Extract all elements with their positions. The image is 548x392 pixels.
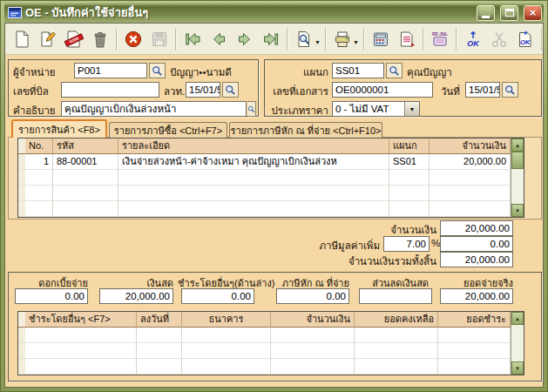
- vat-label: ภาษีมูลค่าเพิ่ม: [267, 238, 380, 253]
- copy-document-button[interactable]: [394, 26, 420, 52]
- first-record-icon: [183, 30, 202, 49]
- last-record-icon: [261, 30, 281, 49]
- scroll-down-icon[interactable]: ▼: [511, 362, 524, 375]
- grand-total-field: 20,000.00: [440, 252, 513, 267]
- app-window: OE - บันทึกค่าใช้จ่ายอื่นๆ × VOID ▼ ▼: [0, 0, 548, 392]
- wht-field[interactable]: 0.00: [276, 288, 349, 304]
- cancel-button[interactable]: [120, 26, 146, 52]
- find-dropdown-caret[interactable]: ▼: [315, 39, 321, 45]
- col-amount: จำนวนเงิน: [430, 139, 511, 154]
- previous-record-icon: [209, 30, 228, 49]
- void-button[interactable]: VOID: [61, 26, 87, 52]
- scroll-thumb[interactable]: [511, 152, 524, 169]
- department-lookup-button[interactable]: [386, 63, 403, 78]
- scroll-up-icon[interactable]: ▲: [511, 139, 524, 152]
- cancel-icon: [124, 30, 143, 49]
- items-table: No. รหัส รายละเอียด แผนก จำนวนเงิน 1 88-…: [17, 138, 524, 218]
- approve-ok-button[interactable]: OK: [460, 26, 486, 52]
- col-bank: ธนาคาร: [182, 312, 271, 328]
- minimize-button[interactable]: [477, 5, 495, 21]
- maximize-button[interactable]: [500, 5, 518, 21]
- first-record-button[interactable]: [179, 26, 206, 52]
- magnifier-icon: [152, 65, 163, 77]
- scroll-up-icon[interactable]: ▲: [511, 312, 524, 325]
- magnifier-icon: [247, 105, 255, 114]
- close-icon: ×: [530, 7, 537, 18]
- tab-items[interactable]: รายการสินค้า <F8>: [11, 119, 107, 138]
- toolbar-separator: [287, 28, 288, 51]
- interest-field[interactable]: 0.00: [15, 288, 88, 304]
- scroll-down-icon[interactable]: ▼: [511, 204, 524, 217]
- vendor-label: ผู้จำหน่าย: [13, 64, 56, 80]
- bill-date-lookup-button[interactable]: [222, 82, 239, 98]
- items-row-1[interactable]: 1 88-00001 เงินจ่ายล่วงหน้า-ค่าจ้างเหมา …: [18, 154, 511, 170]
- col-balance: ยอดคงเหลือ: [355, 312, 438, 328]
- chevron-down-icon[interactable]: ▼: [404, 102, 419, 116]
- description-lookup-button[interactable]: [247, 101, 256, 117]
- payments-header-row: ชำระโดยอื่นๆ <F7> ลงวันที่ ธนาคาร จำนวนเ…: [18, 312, 511, 328]
- magnifier-icon: [225, 84, 236, 96]
- calculator-icon: [371, 30, 390, 49]
- payments-empty-row: [18, 359, 511, 375]
- date-lookup-button[interactable]: [502, 82, 518, 98]
- cut-button: [486, 26, 512, 52]
- bill-no-field[interactable]: [61, 82, 159, 98]
- magnifier-icon: [389, 65, 400, 77]
- price-type-value: 0 - ไม่มี VAT: [333, 102, 404, 116]
- cash-field[interactable]: 20,000.00: [99, 288, 173, 304]
- col-other-pay: ชำระโดยอื่นๆ <F7>: [25, 312, 137, 328]
- svg-text:OK: OK: [467, 39, 480, 48]
- payments-empty-row: [18, 343, 511, 359]
- last-record-button[interactable]: [258, 26, 284, 52]
- items-empty-row: [18, 201, 511, 217]
- date-field[interactable]: 15/01/50: [465, 82, 500, 98]
- vendor-code-field[interactable]: P001: [74, 63, 147, 78]
- toolbar: VOID ▼ ▼ RE:JNL OK OK: [5, 24, 543, 55]
- items-empty-row: [18, 186, 511, 201]
- price-type-dropdown[interactable]: 0 - ไม่มี VAT ▼: [332, 101, 420, 117]
- item-no: 1: [25, 154, 53, 170]
- previous-record-button[interactable]: [206, 26, 232, 52]
- other-pay-field[interactable]: 0.00: [181, 288, 254, 304]
- department-name-text: คุณปัญญา: [407, 64, 452, 80]
- print-dropdown-caret[interactable]: ▼: [353, 39, 359, 45]
- edit-button[interactable]: [35, 26, 61, 52]
- bill-date-field[interactable]: 15/01/50: [186, 82, 220, 98]
- cash-discount-field[interactable]: [359, 288, 432, 304]
- recurring-journal-button[interactable]: RE:JNL: [427, 26, 453, 52]
- svg-text:OK: OK: [520, 37, 531, 45]
- void-icon: VOID: [64, 30, 84, 49]
- items-empty-row: [18, 170, 511, 186]
- doc-no-label: เลขที่เอกสาร: [267, 84, 328, 99]
- doc-no-field[interactable]: OE0000001: [332, 82, 433, 98]
- toolbar-separator: [423, 28, 424, 51]
- items-scrollbar[interactable]: ▲ ▼: [511, 139, 524, 217]
- tab-purchase-tax[interactable]: รายการภาษีซื้อ <Ctrl+F7>: [109, 122, 227, 138]
- minimize-icon: [482, 16, 490, 18]
- close-button[interactable]: ×: [524, 5, 542, 21]
- vat-rate-field[interactable]: 7.00: [383, 236, 430, 252]
- tab-withholding-tax[interactable]: รายการภาษีหัก ณ ที่จ่าย <Ctrl+F10>: [229, 122, 382, 138]
- print-icon: [333, 30, 352, 49]
- items-header-row: No. รหัส รายละเอียด แผนก จำนวนเงิน: [18, 139, 511, 154]
- calculator-button[interactable]: [368, 26, 394, 52]
- vendor-lookup-button[interactable]: [149, 63, 166, 78]
- toolbar-separator: [541, 28, 543, 51]
- print-button[interactable]: [329, 26, 355, 52]
- net-payment-field[interactable]: 20,000.00: [440, 288, 513, 304]
- description-field[interactable]: คุณปัญญาเบิกเงินล่วงหน้า: [61, 101, 247, 117]
- post-ok-button[interactable]: OK: [512, 26, 538, 52]
- delete-icon: [91, 30, 110, 49]
- copy-document-icon: [397, 30, 416, 49]
- find-icon: [294, 30, 314, 49]
- col-paid: ยอดชำระ: [438, 312, 511, 328]
- next-record-button[interactable]: [232, 26, 258, 52]
- save-button: [146, 26, 173, 52]
- payments-scrollbar[interactable]: ▲ ▼: [511, 312, 524, 375]
- department-code-field[interactable]: SS01: [332, 63, 384, 78]
- new-button[interactable]: [9, 26, 35, 52]
- find-button[interactable]: [291, 26, 317, 52]
- titlebar: OE - บันทึกค่าใช้จ่ายอื่นๆ ×: [4, 3, 544, 23]
- delete-button[interactable]: [87, 26, 113, 52]
- date-label: วันที่: [441, 84, 460, 99]
